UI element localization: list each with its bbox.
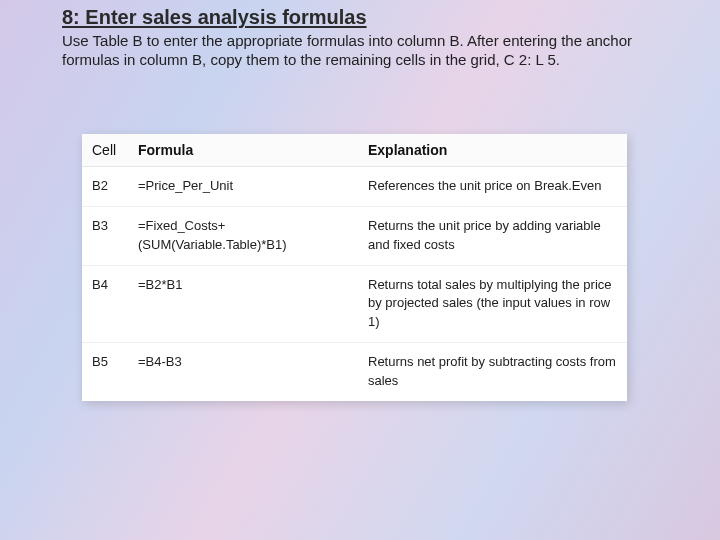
- table-row: B4 =B2*B1 Returns total sales by multipl…: [82, 265, 627, 343]
- table-row: B3 =Fixed_Costs+(SUM(Variable.Table)*B1)…: [82, 206, 627, 265]
- cell-id: B2: [82, 167, 128, 207]
- cell-formula: =B4-B3: [128, 343, 358, 401]
- table-row: B5 =B4-B3 Returns net profit by subtract…: [82, 343, 627, 401]
- cell-id: B4: [82, 265, 128, 343]
- header-cell: Cell: [82, 134, 128, 167]
- table-row: B2 =Price_Per_Unit References the unit p…: [82, 167, 627, 207]
- cell-id: B3: [82, 206, 128, 265]
- cell-explanation: Returns the unit price by adding variabl…: [358, 206, 627, 265]
- page-title: 8: Enter sales analysis formulas: [62, 6, 658, 29]
- cell-id: B5: [82, 343, 128, 401]
- cell-explanation: References the unit price on Break.Even: [358, 167, 627, 207]
- header-explanation: Explanation: [358, 134, 627, 167]
- slide: 8: Enter sales analysis formulas Use Tab…: [0, 0, 720, 540]
- formula-table: Cell Formula Explanation B2 =Price_Per_U…: [82, 134, 627, 401]
- cell-explanation: Returns total sales by multiplying the p…: [358, 265, 627, 343]
- description-text: Use Table B to enter the appropriate for…: [62, 32, 640, 70]
- header-formula: Formula: [128, 134, 358, 167]
- formula-table-container: Cell Formula Explanation B2 =Price_Per_U…: [82, 134, 627, 401]
- table-header-row: Cell Formula Explanation: [82, 134, 627, 167]
- cell-formula: =B2*B1: [128, 265, 358, 343]
- cell-formula: =Price_Per_Unit: [128, 167, 358, 207]
- cell-explanation: Returns net profit by subtracting costs …: [358, 343, 627, 401]
- cell-formula: =Fixed_Costs+(SUM(Variable.Table)*B1): [128, 206, 358, 265]
